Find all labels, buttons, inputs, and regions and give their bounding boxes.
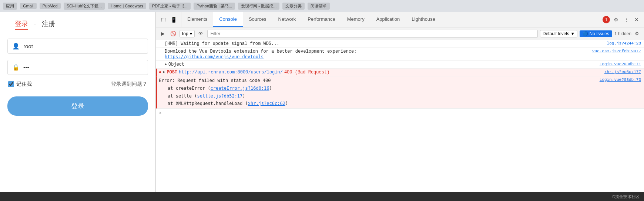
console-link-post[interactable]: xhr.js?ec6c:177	[598, 70, 641, 74]
remember-me-checkbox[interactable]	[8, 81, 14, 87]
stack-line-1: at createError (createError.js?16d0:16)	[168, 85, 288, 92]
browser-tab[interactable]: PubMed	[40, 3, 61, 9]
console-link-error[interactable]: Login.vue?03db:73	[594, 78, 641, 85]
login-tabs: 登录 · 注册	[7, 19, 55, 28]
console-settings-icon[interactable]: ⚙	[633, 30, 641, 38]
device-toolbar-icon[interactable]: 📱	[169, 15, 178, 24]
tab-lighthouse[interactable]: Lighthouse	[406, 12, 441, 27]
login-button[interactable]: 登录	[7, 96, 148, 116]
browser-tab[interactable]: Home | Codewars	[108, 3, 146, 9]
browser-tab[interactable]: 文章分类	[282, 3, 305, 10]
console-text-object: Object	[168, 62, 594, 67]
stack-link-2[interactable]: settle.js?db52:17	[197, 93, 242, 99]
left-panel: 登录 · 注册 👤 🔒 记住我 登录遇到问题？ 登录	[0, 12, 155, 192]
console-line-post-error: ● ▶ POST http://api.renran.com:8000/user…	[156, 69, 644, 76]
console-text-vue: Download the Vue Devtools extension for …	[165, 49, 586, 54]
sidebar-toggle-icon[interactable]: ▶	[159, 30, 167, 38]
vue-devtools-url[interactable]: https://github.com/vuejs/vue-devtools	[165, 54, 264, 59]
tab-login[interactable]: 登录	[15, 19, 28, 28]
devtools-panel: ⬚ 📱 Elements Console Sources Network Per…	[155, 12, 644, 192]
username-input[interactable]	[23, 43, 143, 49]
form-options: 记住我 登录遇到问题？	[7, 81, 148, 88]
console-link-hmr[interactable]: log.js?4244:23	[601, 41, 641, 46]
stack-text-3: at XMLHttpRequest.handleLoad (	[168, 101, 248, 106]
devtools-right-icons: 1 ⚙ ⋮ ✕	[600, 15, 644, 24]
devtools-toolbar: ⬚ 📱 Elements Console Sources Network Per…	[156, 12, 644, 27]
main-area: 登录 · 注册 👤 🔒 记住我 登录遇到问题？ 登录	[0, 12, 644, 192]
password-input-group: 🔒	[7, 60, 148, 75]
browser-tab[interactable]: PDF之家 - 电子书...	[149, 3, 191, 10]
http-status-text: 400 (Bad Request)	[284, 70, 329, 75]
browser-tab[interactable]: 阅读清单	[308, 3, 330, 10]
clear-console-icon[interactable]: 🚫	[169, 30, 177, 38]
console-toolbar: ▶ 🚫 top ▾ 👁 Default levels ▼ 🔵 No Issues…	[156, 27, 644, 40]
hidden-count-text: 1 hidden	[614, 31, 631, 36]
tab-register[interactable]: 注册	[42, 19, 55, 28]
console-prompt-line: >	[156, 109, 644, 118]
forgot-password-link[interactable]: 登录遇到问题？	[111, 81, 147, 88]
tab-separator: ·	[34, 20, 36, 28]
remember-me-text: 记住我	[16, 81, 32, 88]
stack-link-3[interactable]: xhr.js?ec6c:62	[248, 101, 285, 106]
settings-icon[interactable]: ⚙	[611, 15, 620, 24]
http-method-label: POST	[167, 70, 177, 75]
error-circle-icon: ●	[159, 70, 161, 75]
tab-application[interactable]: Application	[370, 12, 406, 27]
devtools-tabs: Elements Console Sources Network Perform…	[181, 12, 600, 27]
context-dropdown-icon: ▾	[190, 31, 192, 36]
console-output: [HMR] Waiting for update signal from WDS…	[156, 40, 644, 192]
stack-line-2: at settle (settle.js?db52:17)	[168, 92, 288, 100]
tab-memory[interactable]: Memory	[341, 12, 370, 27]
bottom-bar: ©揽全技术社区	[0, 192, 644, 201]
username-input-group: 👤	[7, 39, 148, 54]
console-link-vue[interactable]: vue.esm.js?efeb:9077	[586, 49, 641, 54]
no-issues-text: 🔵 No Issues	[583, 31, 609, 36]
browser-tab[interactable]: Gmail	[20, 3, 37, 9]
tab-performance[interactable]: Performance	[302, 12, 341, 27]
tab-sources[interactable]: Sources	[243, 12, 272, 27]
console-line-object: ▶ Object Login.vue?03db:71	[156, 61, 644, 69]
expand-post-icon[interactable]: ▶	[163, 70, 165, 74]
stack-link-1[interactable]: createError.js?16d0:16	[211, 86, 269, 91]
inspect-element-icon[interactable]: ⬚	[159, 15, 168, 24]
context-selector[interactable]: top ▾	[180, 30, 195, 37]
user-icon: 👤	[12, 43, 20, 50]
login-form: 👤 🔒 记住我 登录遇到问题？ 登录	[7, 39, 148, 116]
default-levels-selector[interactable]: Default levels ▼	[540, 30, 577, 37]
tab-console[interactable]: Console	[213, 12, 243, 27]
error-count-badge: 1	[603, 16, 610, 23]
error-stack-lines: at createError (createError.js?16d0:16) …	[159, 85, 288, 107]
more-options-icon[interactable]: ⋮	[622, 15, 631, 24]
stack-text-2: at settle (	[168, 93, 197, 99]
console-filter-input[interactable]	[207, 30, 538, 38]
console-line-hmr: [HMR] Waiting for update signal from WDS…	[156, 40, 644, 48]
console-link-object[interactable]: Login.vue?03db:71	[594, 62, 641, 66]
error-main-text: Error: Request failed with status code 4…	[159, 78, 594, 85]
bottom-bar-text: ©揽全技术社区	[612, 194, 640, 200]
remember-me-label[interactable]: 记住我	[8, 81, 32, 88]
default-levels-label: Default levels ▼	[543, 31, 575, 36]
hidden-count: 1 hidden ⚙	[614, 30, 641, 38]
tab-elements[interactable]: Elements	[181, 12, 213, 27]
stack-text-1: at createError (	[168, 86, 211, 91]
http-url-link[interactable]: http://api.renran.com:8000/users/login/	[179, 70, 283, 75]
password-input[interactable]	[23, 64, 143, 70]
browser-tab[interactable]: 发现行网 - 数据挖...	[238, 3, 279, 10]
console-line-error-stack: Error: Request failed with status code 4…	[156, 76, 644, 109]
tab-network[interactable]: Network	[272, 12, 302, 27]
console-line-vue: Download the Vue Devtools extension for …	[156, 48, 644, 61]
context-value: top	[182, 31, 188, 36]
browser-bar: 应用 Gmail PubMed SCI-Hub论文下载... Home | Co…	[0, 0, 644, 12]
no-issues-badge: 🔵 No Issues	[580, 30, 612, 37]
console-text-hmr: [HMR] Waiting for update signal from WDS…	[165, 41, 601, 46]
console-prompt-arrow: >	[159, 111, 161, 116]
browser-tab[interactable]: Python测验 | 某马...	[194, 3, 235, 10]
stack-line-3: at XMLHttpRequest.handleLoad (xhr.js?ec6…	[168, 100, 288, 107]
eye-icon[interactable]: 👁	[197, 30, 205, 38]
browser-tab[interactable]: SCI-Hub论文下载...	[64, 3, 105, 10]
close-devtools-icon[interactable]: ✕	[632, 15, 641, 24]
browser-tab[interactable]: 应用	[3, 3, 17, 10]
lock-icon: 🔒	[12, 64, 20, 71]
expand-object-icon[interactable]: ▶	[165, 62, 167, 66]
devtools-left-icons: ⬚ 📱	[156, 12, 181, 27]
